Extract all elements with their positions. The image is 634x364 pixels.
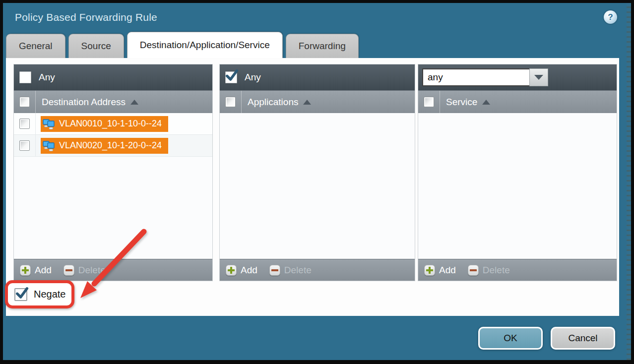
dialog-footer: OK Cancel [3,316,631,360]
address-object-icon [43,140,56,152]
applications-list [220,113,415,259]
delete-button[interactable]: Delete [468,265,510,276]
dialog-title: Policy Based Forwarding Rule [15,11,157,23]
tab-bar: General Source Destination/Application/S… [3,32,631,58]
row-checkbox[interactable] [19,140,30,151]
service-dropdown-value[interactable]: any [422,68,529,86]
tab-source[interactable]: Source [68,34,124,58]
table-row[interactable]: VLAN0010_10-1-10-0--24 [14,113,212,135]
delete-button-label: Delete [78,265,106,276]
delete-button[interactable]: Delete [269,265,312,276]
address-object-label: VLAN0020_10-1-20-0--24 [59,140,162,151]
minus-icon [468,265,479,276]
tab-forwarding[interactable]: Forwarding [286,34,359,58]
minus-icon [63,265,74,276]
tab-general[interactable]: General [6,34,65,58]
plus-icon [20,265,31,276]
dialog-titlebar: Policy Based Forwarding Rule ? [3,3,631,32]
table-row[interactable]: VLAN0020_10-1-20-0--24 [14,135,212,157]
add-button-label: Add [35,265,52,276]
tab-destination-application-service[interactable]: Destination/Application/Service [127,32,283,58]
negate-annotation-box: Negate [5,280,74,308]
delete-button[interactable]: Delete [63,265,106,276]
address-object-chip[interactable]: VLAN0010_10-1-10-0--24 [41,116,168,132]
service-dropdown[interactable]: any [422,68,548,86]
ok-button[interactable]: OK [478,327,543,350]
cancel-button[interactable]: Cancel [551,327,615,350]
service-list [418,113,617,259]
dropdown-arrow-button[interactable] [529,68,548,86]
service-column-label: Service [446,97,477,108]
help-icon[interactable]: ? [604,10,617,24]
minus-icon [269,265,280,276]
service-dropdown-bar: any [418,64,617,90]
applications-any-bar: Any [220,64,415,90]
destination-any-checkbox[interactable] [19,71,31,83]
delete-button-label: Delete [284,265,312,276]
sort-ascending-icon [303,100,311,105]
applications-toolbar: Add Delete [220,259,415,281]
add-button[interactable]: Add [226,265,257,276]
row-checkbox[interactable] [19,119,30,129]
negate-label: Negate [34,289,66,300]
add-button-label: Add [439,265,456,276]
destination-any-bar: Any [14,64,212,90]
applications-panel: Any Applications [220,64,415,281]
checkmark-icon [15,286,29,300]
destination-address-panel: Any Destination Address [14,64,212,281]
screenshot-frame: Policy Based Forwarding Rule ? General S… [0,0,634,364]
tab-content: Any Destination Address [6,58,619,316]
checkmark-icon [225,68,239,82]
applications-column-label: Applications [248,97,298,108]
add-button[interactable]: Add [20,265,52,276]
sort-ascending-icon [130,100,138,105]
plus-icon [424,265,435,276]
sort-ascending-icon [482,100,490,105]
applications-any-checkbox[interactable] [225,71,237,83]
negate-checkbox[interactable] [14,288,27,301]
destination-any-label: Any [39,72,55,83]
service-column-header[interactable]: Service [418,90,617,113]
add-button[interactable]: Add [424,265,456,276]
pbf-rule-dialog: Policy Based Forwarding Rule ? General S… [3,3,631,360]
address-object-label: VLAN0010_10-1-10-0--24 [59,119,162,129]
applications-column-header[interactable]: Applications [220,90,415,113]
destination-toolbar: Add Delete [14,259,212,281]
address-object-chip[interactable]: VLAN0020_10-1-20-0--24 [41,138,168,154]
destination-select-all-checkbox[interactable] [19,97,30,107]
address-object-icon [43,118,56,130]
destination-address-list: VLAN0010_10-1-10-0--24 [14,113,212,259]
service-panel: any Service [418,64,617,281]
service-select-all-checkbox[interactable] [424,97,434,107]
service-toolbar: Add Delete [418,259,617,281]
applications-any-label: Any [245,72,261,83]
add-button-label: Add [241,265,257,276]
destination-column-header[interactable]: Destination Address [14,90,212,113]
applications-select-all-checkbox[interactable] [225,97,236,107]
plus-icon [226,265,237,276]
chevron-down-icon [534,75,543,80]
destination-column-label: Destination Address [42,97,126,108]
delete-button-label: Delete [483,265,510,276]
